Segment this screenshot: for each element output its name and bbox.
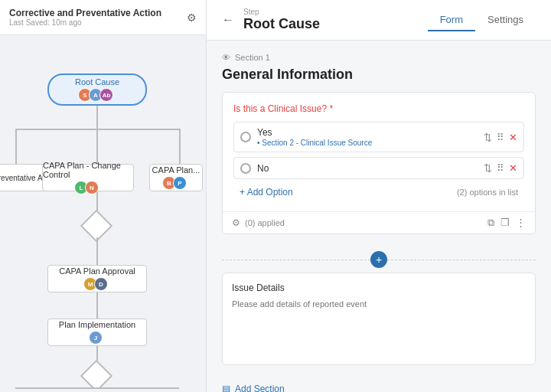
- left-panel: Corrective and Preventative Action Last …: [0, 0, 207, 392]
- add-section-btn[interactable]: ▤ Add Section: [222, 377, 536, 392]
- option-yes-text: Yes: [257, 127, 372, 138]
- node-capa-plan-label: CAPA Plan...: [152, 165, 201, 175]
- more-icon[interactable]: ⋮: [516, 217, 526, 229]
- add-field-button[interactable]: +: [370, 251, 387, 268]
- connector-after-diamond: [96, 237, 98, 265]
- question-label: Is this a Clinical Issue? *: [233, 103, 524, 114]
- node-approval-label: CAPA Plan Approval: [59, 266, 135, 276]
- connector-mv: [96, 129, 98, 164]
- avatar-p2: P: [173, 176, 187, 190]
- tab-form[interactable]: Form: [428, 9, 475, 31]
- step-title: Root Cause: [243, 16, 320, 31]
- branch-icon-yes[interactable]: ⇅: [484, 132, 492, 143]
- close-icon-yes[interactable]: ✕: [509, 132, 517, 143]
- close-icon-no[interactable]: ✕: [509, 162, 517, 174]
- option-no-actions: ⇅ ⠿ ✕: [484, 162, 517, 174]
- question-text: Is this a Clinical Issue? *: [233, 103, 333, 114]
- card-footer: ⚙ (0) applied ⧉ ❐ ⋮: [223, 211, 535, 234]
- right-header: ← Step Root Cause Form Settings: [207, 0, 551, 41]
- avatar-a2: D: [94, 277, 108, 291]
- issue-details-label: Issue Details: [232, 283, 526, 293]
- branch-icon-no[interactable]: ⇅: [484, 162, 492, 174]
- node-approval-avatars: M D: [86, 277, 108, 291]
- option-yes-radio[interactable]: [240, 132, 251, 142]
- connector-sai-v: [161, 387, 162, 389]
- option-yes-row: Yes • Section 2 - Clinical Issue Source …: [233, 122, 524, 152]
- left-header-text: Corrective and Preventative Action Last …: [9, 8, 161, 27]
- applied-text: (0) applied: [245, 218, 285, 227]
- section1-title: General Information: [222, 67, 536, 83]
- connector-1: [96, 106, 98, 129]
- avatar-3: Ab: [99, 88, 113, 102]
- option-yes-actions: ⇅ ⠿ ✕: [484, 132, 517, 143]
- gear-icon[interactable]: ⚙: [187, 11, 197, 24]
- option-yes-content: Yes • Section 2 - Clinical Issue Source: [257, 127, 372, 147]
- node-capa-change-label: CAPA Plan - Change Control: [43, 161, 133, 179]
- duplicate-icon[interactable]: ❐: [500, 217, 510, 229]
- connector-lv: [15, 129, 17, 164]
- node-root-cause[interactable]: Root Cause S A Ab: [47, 74, 147, 106]
- section1-header: 👁 Section 1: [222, 53, 536, 62]
- add-option-row: + Add Option (2) options in list: [233, 184, 524, 201]
- left-header: Corrective and Preventative Action Last …: [0, 0, 206, 35]
- dashed-left: [222, 260, 370, 260]
- node-avatars: S A Ab: [81, 88, 113, 102]
- last-saved: Last Saved: 10m ago: [9, 18, 161, 27]
- settings-icon-sm: ⚙: [232, 217, 240, 228]
- connector-bottom-h: [15, 387, 179, 389]
- option-no-text: No: [257, 163, 484, 174]
- node-impl-avatars: J: [92, 331, 103, 345]
- dashed-right: [387, 260, 536, 260]
- dots-icon-yes[interactable]: ⠿: [497, 132, 504, 143]
- node-capa-plan-avatars: B P: [165, 176, 187, 190]
- card-inner: Is this a Clinical Issue? * Yes • Sectio…: [223, 93, 535, 211]
- node-root-label: Root Cause: [75, 77, 119, 87]
- add-option-label: + Add Option: [240, 187, 293, 198]
- question-card: Is this a Clinical Issue? * Yes • Sectio…: [222, 92, 536, 234]
- node-approval[interactable]: CAPA Plan Approval M D: [47, 265, 147, 292]
- add-option-btn[interactable]: + Add Option: [233, 184, 299, 201]
- node-capa-change[interactable]: CAPA Plan - Change Control L N: [42, 164, 134, 191]
- header-tabs: Form Settings: [428, 9, 536, 31]
- issue-details-card: Issue Details: [222, 273, 536, 365]
- options-count: (2) options in list: [457, 188, 524, 197]
- avatar-i1: J: [89, 331, 103, 345]
- option-no-row: No ⇅ ⠿ ✕: [233, 157, 524, 179]
- step-label: Step: [243, 8, 320, 16]
- copy-icon[interactable]: ⧉: [487, 217, 494, 229]
- workflow-title: Corrective and Preventative Action: [9, 8, 161, 18]
- connector-impl: [96, 292, 98, 318]
- add-section-icon: ▤: [222, 384, 230, 392]
- right-panel: ← Step Root Cause Form Settings 👁 Sectio…: [207, 0, 551, 392]
- node-implement[interactable]: Plan Implementation J: [47, 318, 147, 346]
- add-section-label: Add Section: [235, 384, 285, 392]
- node-implement-label: Plan Implementation: [59, 320, 135, 329]
- connector-quality-v: [15, 387, 17, 389]
- option-no-radio[interactable]: [240, 163, 251, 174]
- right-content: 👁 Section 1 General Information Is this …: [207, 41, 551, 392]
- node-capa-plan[interactable]: CAPA Plan... B P: [149, 164, 203, 191]
- issue-details-input[interactable]: [232, 299, 526, 353]
- add-field-row: +: [222, 247, 536, 273]
- diamond-2: [80, 360, 112, 389]
- section1-label: Section 1: [235, 53, 270, 62]
- step-info: Step Root Cause: [243, 8, 320, 32]
- eye-icon: 👁: [222, 53, 230, 62]
- option-yes-sub: • Section 2 - Clinical Issue Source: [257, 139, 372, 147]
- flow-area: Root Cause S A Ab Preventative Ac... CAP…: [0, 35, 206, 389]
- connector-rv: [179, 129, 181, 164]
- node-capa-avatars: L N: [77, 181, 99, 194]
- back-button[interactable]: ←: [222, 13, 234, 27]
- footer-actions: ⧉ ❐ ⋮: [487, 217, 526, 229]
- dots-icon-no[interactable]: ⠿: [497, 162, 504, 174]
- tab-settings[interactable]: Settings: [475, 9, 536, 31]
